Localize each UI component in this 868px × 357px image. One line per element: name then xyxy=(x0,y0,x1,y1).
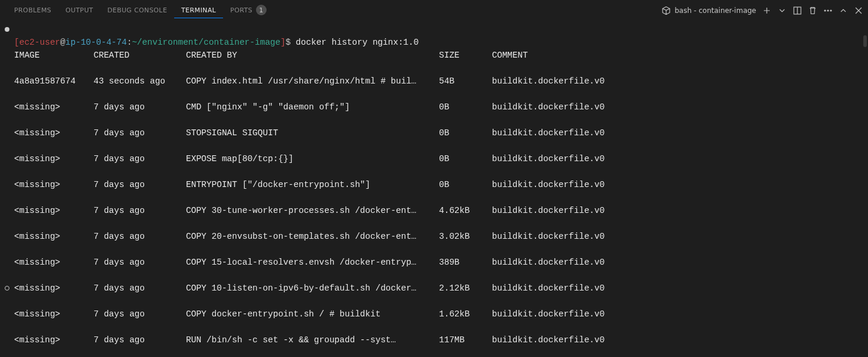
command-marker-icon xyxy=(5,27,9,32)
tab-terminal[interactable]: TERMINAL xyxy=(174,3,223,18)
terminal-output[interactable]: [ec2-user@ip-10-0-4-74:~/environment/con… xyxy=(0,21,868,357)
new-terminal-icon[interactable] xyxy=(762,6,771,15)
command-marker-icon xyxy=(5,286,9,291)
trash-icon[interactable] xyxy=(808,6,817,15)
more-icon[interactable] xyxy=(823,6,833,15)
chevron-up-icon[interactable] xyxy=(839,6,848,15)
table-row: <missing>7 days agoCOPY 30-tune-worker-p… xyxy=(14,204,861,217)
table-row: <missing>7 days agoSTOPSIGNAL SIGQUIT0Bb… xyxy=(14,126,861,139)
svg-point-2 xyxy=(827,10,829,11)
split-terminal-icon[interactable] xyxy=(793,6,802,15)
close-icon[interactable] xyxy=(854,6,863,15)
table-row: <missing>7 days agoENTRYPOINT ["/docker-… xyxy=(14,178,861,191)
table-row: <missing>7 days agoCMD ["nginx" "-g" "da… xyxy=(14,101,861,114)
chevron-down-icon[interactable] xyxy=(777,6,787,15)
ports-count-badge: 1 xyxy=(256,5,267,15)
table-row: <missing>7 days agoRUN /bin/sh -c set -x… xyxy=(14,333,861,346)
command-text: docker history nginx:1.0 xyxy=(291,38,419,47)
table-row: <missing>7 days agoCOPY 10-listen-on-ipv… xyxy=(14,282,861,295)
panel-header: PROBLEMS OUTPUT DEBUG CONSOLE TERMINAL P… xyxy=(0,0,868,21)
tab-output[interactable]: OUTPUT xyxy=(58,3,100,18)
table-header-row: IMAGECREATEDCREATED BYSIZECOMMENT xyxy=(14,49,861,62)
terminal-shell-selector[interactable]: bash - container-image xyxy=(661,6,756,15)
table-row: <missing>7 days agoEXPOSE map[80/tcp:{}]… xyxy=(14,152,861,165)
table-row: 4a8a9158767443 seconds agoCOPY index.htm… xyxy=(14,75,861,88)
prompt-line: [ec2-user@ip-10-0-4-74:~/environment/con… xyxy=(14,38,291,47)
tab-debug-console[interactable]: DEBUG CONSOLE xyxy=(100,3,174,18)
tab-ports[interactable]: PORTS 1 xyxy=(223,1,274,19)
table-row: <missing>7 days agoCOPY 15-local-resolve… xyxy=(14,256,861,269)
terminal-shell-label: bash - container-image xyxy=(674,6,756,15)
svg-point-1 xyxy=(824,10,826,11)
terminal-header-actions: bash - container-image xyxy=(661,6,863,15)
tab-ports-label: PORTS xyxy=(230,6,252,14)
table-row: <missing>7 days agoCOPY 20-envsubst-on-t… xyxy=(14,230,861,243)
scrollbar[interactable] xyxy=(863,35,867,47)
cube-icon xyxy=(661,6,671,15)
table-row: <missing>7 days agoCOPY docker-entrypoin… xyxy=(14,308,861,321)
tab-problems[interactable]: PROBLEMS xyxy=(7,3,58,18)
svg-point-3 xyxy=(830,10,832,11)
panel-tabs: PROBLEMS OUTPUT DEBUG CONSOLE TERMINAL P… xyxy=(7,1,274,19)
